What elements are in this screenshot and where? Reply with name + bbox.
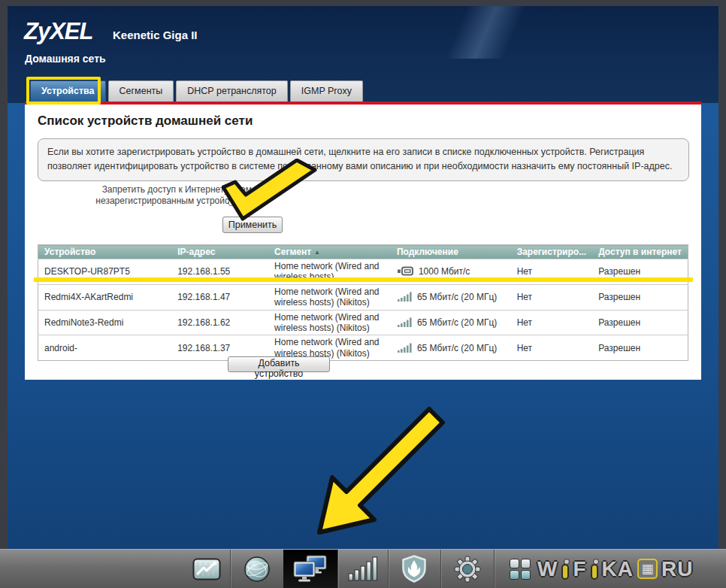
tab-dhcp-relay[interactable]: DHCP ретранслятор <box>176 80 288 102</box>
wifi-signal-icon <box>397 343 413 353</box>
table-row-android[interactable]: android- 192.168.1.37 Home network (Wire… <box>38 335 688 361</box>
firewall-shield-icon <box>401 555 427 583</box>
add-device-button[interactable]: Добавить устройство <box>228 356 330 372</box>
device-model-label: Keenetic Giga II <box>113 29 198 41</box>
watermark-letter-f: F <box>573 557 586 581</box>
brand-logo: ZyXEL <box>24 18 92 45</box>
settings-gear-icon <box>453 555 482 583</box>
home-network-button[interactable] <box>283 550 337 588</box>
settings-gear-button[interactable] <box>440 550 494 588</box>
tab-igmp-proxy[interactable]: IGMP Proxy <box>290 80 363 102</box>
bottom-toolbar: W F KA ▦ RU <box>0 549 726 588</box>
system-monitor-button[interactable] <box>183 550 230 588</box>
internet-globe-icon <box>244 556 271 583</box>
wifi-signal-toolbar-icon <box>348 556 378 582</box>
apply-button[interactable]: Применить <box>222 217 283 233</box>
wifi-signal-icon <box>397 317 413 327</box>
wifi-signal-button[interactable] <box>337 550 388 588</box>
table-row-redmi4x[interactable]: Redmi4X-AKartRedmi 192.168.1.47 Home net… <box>38 284 688 310</box>
i-dot-icon <box>561 564 569 580</box>
page-title: Домашняя сеть <box>25 53 106 65</box>
firewall-shield-button[interactable] <box>388 550 440 588</box>
home-network-icon <box>293 555 328 583</box>
wired-connection-icon <box>397 266 415 276</box>
column-header-segment[interactable]: Сегмент▲ <box>268 245 391 259</box>
wifika-watermark: W F KA ▦ RU <box>494 550 726 588</box>
deny-access-checkbox-label: Запретить доступ к Интернету всем незаре… <box>55 184 252 207</box>
system-monitor-icon <box>192 558 221 580</box>
column-header-registered[interactable]: Зарегистриро... <box>511 245 593 259</box>
page-background: ZyXEL Keenetic Giga II Домашняя сеть Уст… <box>8 6 718 588</box>
column-header-access[interactable]: Доступ в интернет <box>592 245 688 259</box>
watermark-letters-ru: RU <box>661 557 693 581</box>
table-header-row: Устройство IP-адрес Сегмент▲ Подключение… <box>38 245 688 259</box>
column-header-device[interactable]: Устройство <box>38 245 172 259</box>
qr-code-icon: ▦ <box>637 559 658 579</box>
device-table: Устройство IP-адрес Сегмент▲ Подключение… <box>38 244 688 361</box>
grid-logo-icon <box>510 559 531 580</box>
info-box: Если вы хотите зарегистрировать устройст… <box>38 138 689 181</box>
panel-title: Список устройств домашней сети <box>38 114 253 129</box>
table-row-desktop[interactable]: DESKTOP-UR87PT5 192.168.1.55 Home networ… <box>38 259 688 285</box>
header-streak-decoration <box>253 6 718 59</box>
table-row-redminote3[interactable]: RedmiNote3-Redmi 192.168.1.62 Home netwo… <box>38 310 688 335</box>
i-dot-icon <box>591 564 598 580</box>
column-header-connection[interactable]: Подключение <box>391 245 511 259</box>
router-admin-window: ZyXEL Keenetic Giga II Домашняя сеть Уст… <box>0 0 726 588</box>
watermark-letter-w: W <box>537 557 558 581</box>
sort-ascending-icon: ▲ <box>314 249 320 256</box>
deny-access-checkbox[interactable] <box>228 196 238 206</box>
tab-bar: Устройства Сегменты DHCP ретранслятор IG… <box>30 80 363 102</box>
watermark-letters-ka: KA <box>602 557 634 581</box>
column-header-ip[interactable]: IP-адрес <box>171 245 268 259</box>
wifi-signal-icon <box>397 292 413 302</box>
content-panel: Список устройств домашней сети Если вы х… <box>25 105 701 380</box>
tab-devices[interactable]: Устройства <box>30 80 106 102</box>
internet-globe-button[interactable] <box>230 550 283 588</box>
tab-segments[interactable]: Сегменты <box>108 80 174 102</box>
